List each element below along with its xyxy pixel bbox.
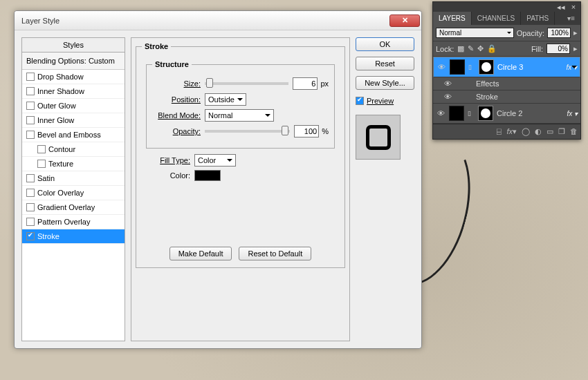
color-swatch[interactable] (194, 170, 221, 181)
tab-layers[interactable]: LAYERS (433, 12, 472, 25)
opacity-arrow-icon[interactable]: ▸ (573, 28, 578, 37)
checkbox-icon[interactable] (26, 174, 35, 182)
blendmode-select[interactable]: Normal (205, 109, 274, 122)
blending-options[interactable]: Blending Options: Custom (22, 53, 125, 70)
visibility-icon[interactable]: 👁 (443, 93, 452, 101)
layer-row[interactable]: 👁▯Circle 2fx ▾ (433, 104, 580, 124)
new-style-button[interactable]: New Style... (356, 76, 414, 90)
layer-mask-thumbnail[interactable] (479, 59, 494, 75)
style-item-texture[interactable]: Texture (22, 157, 125, 171)
slider-thumb-icon[interactable] (282, 126, 288, 135)
checkbox-icon[interactable] (26, 218, 35, 226)
size-slider[interactable] (205, 82, 288, 85)
checkbox-icon[interactable] (26, 131, 35, 139)
style-item-label: Texture (48, 160, 73, 168)
style-item-gradient-overlay[interactable]: Gradient Overlay (22, 200, 125, 215)
effect-sublayer[interactable]: 👁Effects (433, 77, 580, 91)
styles-list: Styles Blending Options: Custom Drop Sha… (21, 37, 125, 341)
fill-arrow-icon[interactable]: ▸ (573, 44, 578, 53)
adjustment-icon[interactable]: ◐ (535, 127, 542, 136)
checkbox-icon[interactable] (37, 145, 46, 153)
close-panel-icon[interactable]: × (569, 3, 578, 10)
styles-header[interactable]: Styles (22, 38, 125, 53)
style-item-label: Stroke (37, 232, 59, 240)
fx-badge[interactable]: fx ▾ (567, 110, 578, 117)
position-select[interactable]: Outside (205, 93, 246, 106)
style-item-outer-glow[interactable]: Outer Glow (22, 99, 125, 113)
lock-all-icon[interactable]: 🔒 (487, 44, 497, 53)
preview-checkbox[interactable]: Preview (356, 97, 414, 105)
preview-label: Preview (367, 97, 394, 105)
style-item-contour[interactable]: Contour (22, 142, 125, 157)
style-item-color-overlay[interactable]: Color Overlay (22, 186, 125, 200)
checkbox-icon[interactable] (26, 203, 35, 211)
structure-fieldset: Structure Size: px Position: Outside Ble… (146, 60, 335, 149)
style-item-drop-shadow[interactable]: Drop Shadow (22, 70, 125, 84)
tab-paths[interactable]: PATHS (521, 12, 555, 25)
checkbox-icon[interactable] (26, 87, 35, 95)
filltype-label: Fill Type: (142, 156, 190, 164)
checkbox-icon[interactable] (37, 160, 46, 168)
layer-row[interactable]: 👁▯Circle 3fx ▾ (433, 57, 580, 77)
vector-mask-link-icon[interactable]: ▯ (468, 110, 475, 117)
fx-badge[interactable]: fx ▾ (566, 64, 577, 71)
blend-mode-select[interactable]: Normal (436, 28, 514, 38)
link-layers-icon[interactable]: ⌸ (497, 127, 502, 136)
ok-button[interactable]: OK (356, 37, 414, 51)
visibility-icon[interactable]: 👁 (437, 63, 446, 71)
tab-channels[interactable]: CHANNELS (472, 12, 521, 25)
style-item-pattern-overlay[interactable]: Pattern Overlay (22, 215, 125, 229)
close-icon: ✕ (402, 16, 408, 25)
lock-transparency-icon[interactable]: ▩ (457, 44, 464, 53)
checkbox-icon[interactable] (26, 189, 35, 197)
effect-sublayer[interactable]: 👁Stroke (433, 91, 580, 104)
reset-default-button[interactable]: Reset to Default (239, 247, 311, 260)
vector-mask-link-icon[interactable]: ▯ (468, 64, 475, 70)
stroke-settings-panel: Stroke Structure Size: px Position: Outs… (131, 37, 350, 341)
title-bar[interactable]: Layer Style ✕ (15, 11, 421, 30)
structure-legend: Structure (152, 60, 192, 68)
size-input[interactable] (293, 77, 318, 90)
layer-name[interactable]: Circle 3 (497, 63, 562, 71)
folder-icon[interactable]: ▭ (546, 127, 553, 136)
style-item-satin[interactable]: Satin (22, 171, 125, 186)
close-button[interactable]: ✕ (389, 15, 420, 27)
color-label: Color: (142, 171, 190, 180)
style-item-stroke[interactable]: Stroke (22, 229, 125, 244)
mask-icon[interactable]: ◯ (522, 127, 530, 136)
layer-thumbnail[interactable] (450, 59, 465, 75)
reset-button[interactable]: Reset (356, 57, 414, 70)
style-item-label: Gradient Overlay (37, 203, 95, 211)
new-layer-icon[interactable]: ❐ (558, 127, 565, 136)
panel-menu-icon[interactable]: ▾≡ (562, 12, 580, 25)
style-item-inner-glow[interactable]: Inner Glow (22, 113, 125, 128)
lock-move-icon[interactable]: ✥ (477, 44, 484, 53)
style-item-label: Drop Shadow (37, 73, 84, 81)
slider-thumb-icon[interactable] (206, 78, 213, 88)
layer-thumbnail[interactable] (449, 106, 464, 121)
opacity-slider[interactable] (205, 130, 290, 133)
fill-panel-input[interactable] (546, 44, 570, 54)
filltype-select[interactable]: Color (194, 154, 236, 167)
layer-name[interactable]: Circle 2 (497, 109, 563, 117)
visibility-icon[interactable]: 👁 (443, 79, 452, 88)
dialog-title: Layer Style (21, 17, 389, 25)
make-default-button[interactable]: Make Default (169, 247, 232, 260)
layer-mask-thumbnail[interactable] (478, 106, 493, 121)
checkbox-icon[interactable] (26, 116, 35, 124)
size-unit: px (320, 79, 329, 88)
opacity-panel-input[interactable] (547, 28, 571, 38)
visibility-icon[interactable]: 👁 (436, 109, 445, 117)
trash-icon[interactable]: 🗑 (570, 127, 578, 136)
preview-thumbnail (356, 115, 401, 160)
opacity-input[interactable] (294, 125, 319, 137)
stroke-fieldset: Stroke Structure Size: px Position: Outs… (136, 42, 345, 268)
style-item-bevel-and-emboss[interactable]: Bevel and Emboss (22, 128, 125, 142)
lock-brush-icon[interactable]: ✎ (468, 44, 474, 53)
checkbox-icon[interactable] (26, 102, 35, 110)
checkbox-icon[interactable] (26, 232, 35, 240)
panel-collapse-bar[interactable]: ◂◂ × (433, 2, 580, 12)
style-item-inner-shadow[interactable]: Inner Shadow (22, 84, 125, 99)
fx-icon[interactable]: fx▾ (506, 127, 517, 136)
checkbox-icon[interactable] (26, 73, 35, 81)
